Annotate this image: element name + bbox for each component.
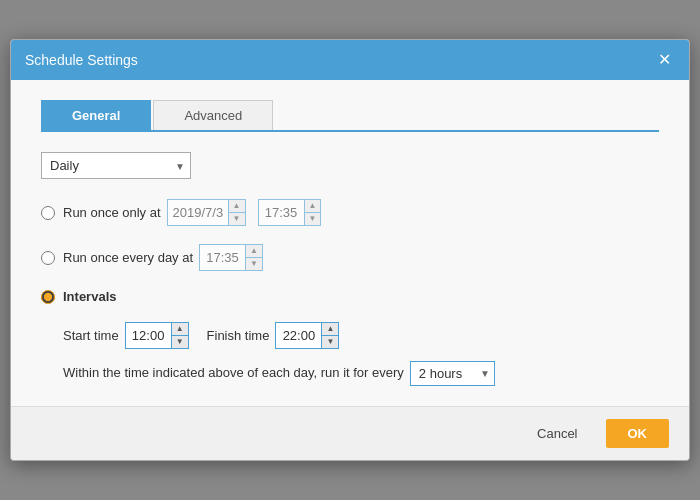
start-time-input[interactable]	[126, 323, 171, 348]
start-time-down[interactable]: ▼	[172, 336, 188, 348]
start-time-buttons: ▲ ▼	[171, 323, 188, 348]
run-daily-time-down[interactable]: ▼	[246, 258, 262, 270]
run-once-time-buttons: ▲ ▼	[304, 200, 321, 225]
intervals-radio[interactable]	[41, 290, 55, 304]
intervals-label: Intervals	[63, 289, 116, 304]
run-daily-label: Run once every day at	[63, 250, 193, 265]
finish-time-label: Finish time	[207, 328, 270, 343]
frequency-select-wrapper: Daily Weekly Monthly ▼	[41, 152, 191, 179]
run-once-date-spinbox: ▲ ▼	[167, 199, 246, 226]
schedule-settings-dialog: Schedule Settings ✕ General Advanced Dai…	[10, 39, 690, 461]
run-daily-row: Run once every day at ▲ ▼	[41, 244, 659, 271]
run-once-date-up[interactable]: ▲	[229, 200, 245, 213]
finish-time-down[interactable]: ▼	[322, 336, 338, 348]
within-text: Within the time indicated above of each …	[63, 363, 404, 384]
run-daily-time-spinbox: ▲ ▼	[199, 244, 263, 271]
run-daily-time-up[interactable]: ▲	[246, 245, 262, 258]
start-time-up[interactable]: ▲	[172, 323, 188, 336]
run-once-date-down[interactable]: ▼	[229, 213, 245, 225]
run-once-time-spinbox: ▲ ▼	[258, 199, 322, 226]
run-once-date-buttons: ▲ ▼	[228, 200, 245, 225]
start-time-label: Start time	[63, 328, 119, 343]
intervals-time-row: Start time ▲ ▼ Finish time ▲ ▼	[63, 322, 659, 349]
dialog-body: General Advanced Daily Weekly Monthly ▼ …	[11, 80, 689, 406]
run-once-row: Run once only at ▲ ▼ ▲ ▼	[41, 199, 659, 226]
dialog-title: Schedule Settings	[25, 52, 138, 68]
run-once-time-up[interactable]: ▲	[305, 200, 321, 213]
run-daily-time-input[interactable]	[200, 245, 245, 270]
run-daily-time-buttons: ▲ ▼	[245, 245, 262, 270]
start-time-spinbox: ▲ ▼	[125, 322, 189, 349]
frequency-row: Daily Weekly Monthly ▼	[41, 152, 659, 179]
run-once-time-down[interactable]: ▼	[305, 213, 321, 225]
run-once-radio[interactable]	[41, 206, 55, 220]
ok-button[interactable]: OK	[606, 419, 670, 448]
title-bar: Schedule Settings ✕	[11, 40, 689, 80]
frequency-select[interactable]: Daily Weekly Monthly	[41, 152, 191, 179]
finish-time-spinbox: ▲ ▼	[275, 322, 339, 349]
tab-general[interactable]: General	[41, 100, 151, 130]
run-once-label: Run once only at	[63, 205, 161, 220]
cancel-button[interactable]: Cancel	[519, 419, 595, 448]
intervals-radio-row: Intervals	[41, 289, 659, 304]
dialog-footer: Cancel OK	[11, 406, 689, 460]
finish-time-up[interactable]: ▲	[322, 323, 338, 336]
run-once-time-input[interactable]	[259, 200, 304, 225]
close-button[interactable]: ✕	[654, 50, 675, 70]
hours-select[interactable]: 1 hours 2 hours 3 hours 4 hours 6 hours …	[411, 362, 494, 385]
run-daily-radio[interactable]	[41, 251, 55, 265]
within-row: Within the time indicated above of each …	[63, 361, 659, 386]
tab-advanced[interactable]: Advanced	[153, 100, 273, 130]
run-once-date-input[interactable]	[168, 200, 228, 225]
tabs-container: General Advanced	[41, 100, 659, 132]
finish-time-input[interactable]	[276, 323, 321, 348]
finish-time-buttons: ▲ ▼	[321, 323, 338, 348]
hours-select-wrapper: 1 hours 2 hours 3 hours 4 hours 6 hours …	[410, 361, 495, 386]
